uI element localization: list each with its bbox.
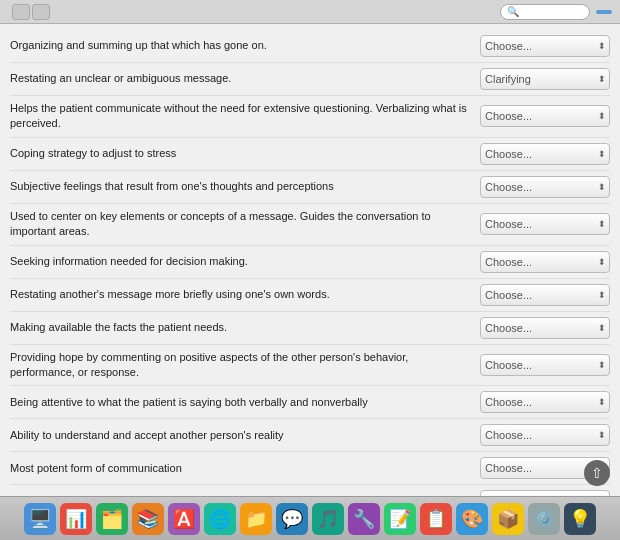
answer-dropdown[interactable]: Choose...ClarifyingSummarizingParaphrasi… bbox=[480, 213, 610, 235]
taskbar-icon[interactable]: ⚙️ bbox=[528, 503, 560, 535]
dropdown-container: Choose...ClarifyingSummarizingParaphrasi… bbox=[480, 424, 610, 446]
question-text: Coping strategy to adjust to stress bbox=[10, 146, 480, 161]
nav-arrows bbox=[12, 4, 50, 20]
taskbar-icon[interactable]: 🎨 bbox=[456, 503, 488, 535]
nav-next-button[interactable] bbox=[32, 4, 50, 20]
answer-dropdown[interactable]: Choose...ClarifyingSummarizingParaphrasi… bbox=[480, 105, 610, 127]
taskbar-icon[interactable]: 📊 bbox=[60, 503, 92, 535]
question-text: Making available the facts the patient n… bbox=[10, 320, 480, 335]
answer-dropdown[interactable]: Choose...ClarifyingSummarizingParaphrasi… bbox=[480, 354, 610, 376]
main-content: Organizing and summing up that which has… bbox=[0, 24, 620, 516]
dropdown-container: Choose...ClarifyingSummarizingParaphrasi… bbox=[480, 176, 610, 198]
question-row: Subjective feelings that result from one… bbox=[10, 171, 610, 204]
search-icon: 🔍 bbox=[507, 6, 519, 17]
taskbar-icon[interactable]: 🌐 bbox=[204, 503, 236, 535]
question-text: Restating another's message more briefly… bbox=[10, 287, 480, 302]
answer-dropdown[interactable]: Choose...ClarifyingSummarizingParaphrasi… bbox=[480, 143, 610, 165]
question-row: Making available the facts the patient n… bbox=[10, 312, 610, 345]
dropdown-container: Choose...ClarifyingSummarizingParaphrasi… bbox=[480, 391, 610, 413]
question-text: Providing hope by commenting on positive… bbox=[10, 350, 480, 381]
question-row: Seeking information needed for decision … bbox=[10, 246, 610, 279]
question-text: Restating an unclear or ambiguous messag… bbox=[10, 71, 480, 86]
answer-dropdown[interactable]: Choose...ClarifyingSummarizingParaphrasi… bbox=[480, 68, 610, 90]
dropdown-container: Choose...ClarifyingSummarizingParaphrasi… bbox=[480, 317, 610, 339]
taskbar-icon[interactable]: 💬 bbox=[276, 503, 308, 535]
dropdown-container: Choose...ClarifyingSummarizingParaphrasi… bbox=[480, 105, 610, 127]
answer-dropdown[interactable]: Choose...ClarifyingSummarizingParaphrasi… bbox=[480, 284, 610, 306]
taskbar-icon[interactable]: 📦 bbox=[492, 503, 524, 535]
answer-dropdown[interactable]: Choose...ClarifyingSummarizingParaphrasi… bbox=[480, 176, 610, 198]
taskbar-icon[interactable]: 🎵 bbox=[312, 503, 344, 535]
done-button[interactable] bbox=[596, 10, 612, 14]
answer-dropdown[interactable]: Choose...ClarifyingSummarizingParaphrasi… bbox=[480, 35, 610, 57]
question-row: Ability to understand and accept another… bbox=[10, 419, 610, 452]
question-text: Seeking information needed for decision … bbox=[10, 254, 480, 269]
taskbar-icon[interactable]: 📝 bbox=[384, 503, 416, 535]
taskbar-icon[interactable]: 🗂️ bbox=[96, 503, 128, 535]
question-row: Used to center on key elements or concep… bbox=[10, 204, 610, 246]
taskbar-icon[interactable]: 📚 bbox=[132, 503, 164, 535]
taskbar-icon[interactable]: 🔧 bbox=[348, 503, 380, 535]
answer-dropdown[interactable]: Choose...ClarifyingSummarizingParaphrasi… bbox=[480, 424, 610, 446]
question-text: Subjective feelings that result from one… bbox=[10, 179, 480, 194]
taskbar-icon[interactable]: 🅰️ bbox=[168, 503, 200, 535]
dropdown-container: Choose...ClarifyingSummarizingParaphrasi… bbox=[480, 68, 610, 90]
scroll-up-button[interactable]: ⇧ bbox=[584, 460, 610, 486]
question-row: Being attentive to what the patient is s… bbox=[10, 386, 610, 419]
question-text: Helps the patient communicate without th… bbox=[10, 101, 480, 132]
question-text: Organizing and summing up that which has… bbox=[10, 38, 480, 53]
question-row: Coping strategy to adjust to stressChoos… bbox=[10, 138, 610, 171]
question-row: Helps the patient communicate without th… bbox=[10, 96, 610, 138]
taskbar-icon[interactable]: 💡 bbox=[564, 503, 596, 535]
taskbar-icon[interactable]: 📁 bbox=[240, 503, 272, 535]
question-row: Most potent form of communicationChoose.… bbox=[10, 452, 610, 485]
question-row: Providing hope by commenting on positive… bbox=[10, 345, 610, 387]
question-row: Organizing and summing up that which has… bbox=[10, 30, 610, 63]
answer-dropdown[interactable]: Choose...ClarifyingSummarizingParaphrasi… bbox=[480, 391, 610, 413]
dropdown-container: Choose...ClarifyingSummarizingParaphrasi… bbox=[480, 354, 610, 376]
question-text: Ability to understand and accept another… bbox=[10, 428, 480, 443]
question-row: Restating another's message more briefly… bbox=[10, 279, 610, 312]
answer-dropdown[interactable]: Choose...ClarifyingSummarizingParaphrasi… bbox=[480, 251, 610, 273]
dropdown-container: Choose...ClarifyingSummarizingParaphrasi… bbox=[480, 143, 610, 165]
taskbar-icon[interactable]: 📋 bbox=[420, 503, 452, 535]
search-bar[interactable]: 🔍 bbox=[500, 4, 590, 20]
dropdown-container: Choose...ClarifyingSummarizingParaphrasi… bbox=[480, 35, 610, 57]
dropdown-container: Choose...ClarifyingSummarizingParaphrasi… bbox=[480, 284, 610, 306]
question-text: Used to center on key elements or concep… bbox=[10, 209, 480, 240]
question-text: Being attentive to what the patient is s… bbox=[10, 395, 480, 410]
dropdown-container: Choose...ClarifyingSummarizingParaphrasi… bbox=[480, 251, 610, 273]
nav-prev-button[interactable] bbox=[12, 4, 30, 20]
answer-dropdown[interactable]: Choose...ClarifyingSummarizingParaphrasi… bbox=[480, 317, 610, 339]
taskbar: 🖥️📊🗂️📚🅰️🌐📁💬🎵🔧📝📋🎨📦⚙️💡 bbox=[0, 496, 620, 540]
question-row: Restating an unclear or ambiguous messag… bbox=[10, 63, 610, 96]
top-bar: 🔍 bbox=[0, 0, 620, 24]
taskbar-icon[interactable]: 🖥️ bbox=[24, 503, 56, 535]
question-text: Most potent form of communication bbox=[10, 461, 480, 476]
dropdown-container: Choose...ClarifyingSummarizingParaphrasi… bbox=[480, 213, 610, 235]
